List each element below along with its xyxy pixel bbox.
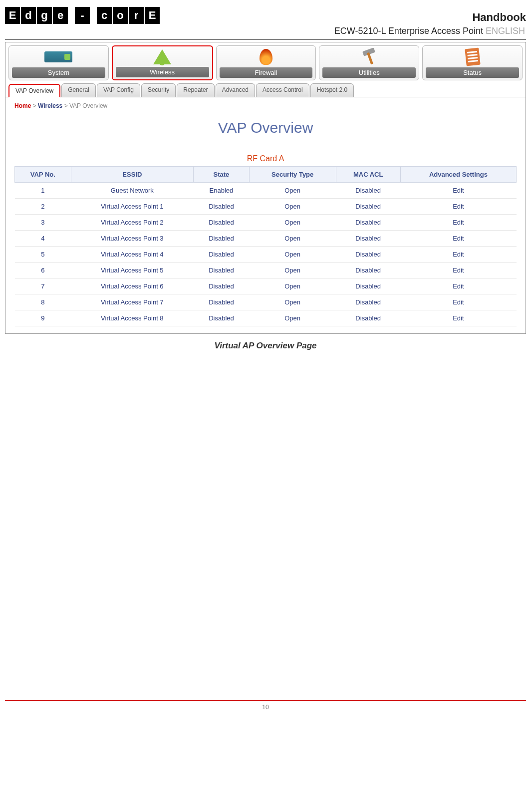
status-icon (465, 47, 480, 66)
state-link[interactable]: Disabled (194, 199, 250, 215)
logo-char: c (97, 7, 112, 24)
security-link[interactable]: Open (249, 231, 336, 247)
essid-link[interactable]: Virtual Access Point 1 (71, 199, 193, 215)
table-header: Advanced Settings (400, 167, 516, 183)
state-link[interactable]: Enabled (194, 183, 250, 199)
tab-access-control[interactable]: Access Control (256, 83, 309, 97)
security-link[interactable]: Open (249, 247, 336, 263)
table-row: 2Virtual Access Point 1DisabledOpenDisab… (15, 199, 517, 215)
logo-char: E (5, 7, 20, 24)
vap-no: 4 (15, 231, 71, 247)
breadcrumb: Home > Wireless > VAP Overview (14, 102, 517, 109)
vap-no: 9 (15, 310, 71, 326)
logo-char: e (53, 7, 68, 24)
page-title: VAP Overview (14, 119, 517, 136)
table-header: MAC ACL (336, 167, 400, 183)
logo-char: g (37, 7, 52, 24)
vap-no: 5 (15, 247, 71, 263)
table-header: VAP No. (15, 167, 71, 183)
macacl-link[interactable]: Disabled (336, 183, 400, 199)
vap-no: 3 (15, 215, 71, 231)
macacl-link[interactable]: Disabled (336, 199, 400, 215)
edit-link[interactable]: Edit (400, 310, 516, 326)
vap-overview-table: VAP No.ESSIDStateSecurity TypeMAC ACLAdv… (14, 166, 517, 326)
security-link[interactable]: Open (249, 294, 336, 310)
macacl-link[interactable]: Disabled (336, 263, 400, 278)
state-link[interactable]: Disabled (194, 247, 250, 263)
logo-char: d (21, 7, 36, 24)
vap-no: 6 (15, 263, 71, 278)
edit-link[interactable]: Edit (400, 183, 516, 199)
tab-general[interactable]: General (61, 83, 96, 97)
essid-link[interactable]: Virtual Access Point 2 (71, 215, 193, 231)
handbook-title: Handbook (472, 11, 526, 24)
macacl-link[interactable]: Disabled (336, 278, 400, 294)
hammer-icon (360, 49, 379, 64)
essid-link[interactable]: Virtual Access Point 7 (71, 294, 193, 310)
table-header: Security Type (249, 167, 336, 183)
edit-link[interactable]: Edit (400, 231, 516, 247)
table-row: 6Virtual Access Point 5DisabledOpenDisab… (15, 263, 517, 278)
macacl-link[interactable]: Disabled (336, 215, 400, 231)
essid-link[interactable]: Virtual Access Point 5 (71, 263, 193, 278)
logo-char: r (129, 7, 144, 24)
nav-firewall-button[interactable]: Firewall (216, 45, 316, 80)
state-link[interactable]: Disabled (194, 294, 250, 310)
language-label: ENGLISH (486, 26, 525, 36)
tab-security[interactable]: Security (141, 83, 176, 97)
state-link[interactable]: Disabled (194, 278, 250, 294)
tab-advanced[interactable]: Advanced (216, 83, 255, 97)
essid-link[interactable]: Guest Network (71, 183, 193, 199)
edgecore-logo: Edge-corE (5, 7, 160, 24)
macacl-link[interactable]: Disabled (336, 247, 400, 263)
breadcrumb-home[interactable]: Home (14, 102, 31, 109)
security-link[interactable]: Open (249, 310, 336, 326)
edit-link[interactable]: Edit (400, 294, 516, 310)
logo-char: - (75, 7, 90, 24)
breadcrumb-wireless[interactable]: Wireless (38, 102, 62, 109)
table-row: 4Virtual Access Point 3DisabledOpenDisab… (15, 231, 517, 247)
tab-hotspot-2-0[interactable]: Hotspot 2.0 (310, 83, 354, 97)
edit-link[interactable]: Edit (400, 199, 516, 215)
essid-link[interactable]: Virtual Access Point 4 (71, 247, 193, 263)
screenshot-area: SystemWirelessFirewallUtilitiesStatus VA… (5, 42, 526, 334)
vap-no: 7 (15, 278, 71, 294)
vap-no: 1 (15, 183, 71, 199)
logo-char: E (145, 7, 160, 24)
macacl-link[interactable]: Disabled (336, 231, 400, 247)
macacl-link[interactable]: Disabled (336, 310, 400, 326)
table-row: 5Virtual Access Point 4DisabledOpenDisab… (15, 247, 517, 263)
security-link[interactable]: Open (249, 263, 336, 278)
essid-link[interactable]: Virtual Access Point 3 (71, 231, 193, 247)
nav-label: Firewall (220, 67, 313, 78)
tab-vap-overview[interactable]: VAP Overview (8, 84, 60, 97)
edit-link[interactable]: Edit (400, 278, 516, 294)
security-link[interactable]: Open (249, 199, 336, 215)
state-link[interactable]: Disabled (194, 263, 250, 278)
table-row: 7Virtual Access Point 6DisabledOpenDisab… (15, 278, 517, 294)
figure-caption: Virtual AP Overview Page (5, 341, 526, 351)
tab-repeater[interactable]: Repeater (177, 83, 214, 97)
state-link[interactable]: Disabled (194, 231, 250, 247)
table-header: ESSID (71, 167, 193, 183)
state-link[interactable]: Disabled (194, 215, 250, 231)
nav-system-button[interactable]: System (8, 45, 109, 80)
security-link[interactable]: Open (249, 215, 336, 231)
state-link[interactable]: Disabled (194, 310, 250, 326)
nav-utilities-button[interactable]: Utilities (319, 45, 419, 80)
edit-link[interactable]: Edit (400, 247, 516, 263)
nav-wireless-button[interactable]: Wireless (112, 45, 213, 80)
nav-label: System (12, 67, 105, 78)
table-header: State (194, 167, 250, 183)
macacl-link[interactable]: Disabled (336, 294, 400, 310)
breadcrumb-current: > VAP Overview (62, 102, 107, 109)
essid-link[interactable]: Virtual Access Point 6 (71, 278, 193, 294)
tab-vap-config[interactable]: VAP Config (97, 83, 140, 97)
essid-link[interactable]: Virtual Access Point 8 (71, 310, 193, 326)
vap-no: 2 (15, 199, 71, 215)
edit-link[interactable]: Edit (400, 215, 516, 231)
security-link[interactable]: Open (249, 183, 336, 199)
security-link[interactable]: Open (249, 278, 336, 294)
nav-status-button[interactable]: Status (422, 45, 523, 80)
edit-link[interactable]: Edit (400, 263, 516, 278)
